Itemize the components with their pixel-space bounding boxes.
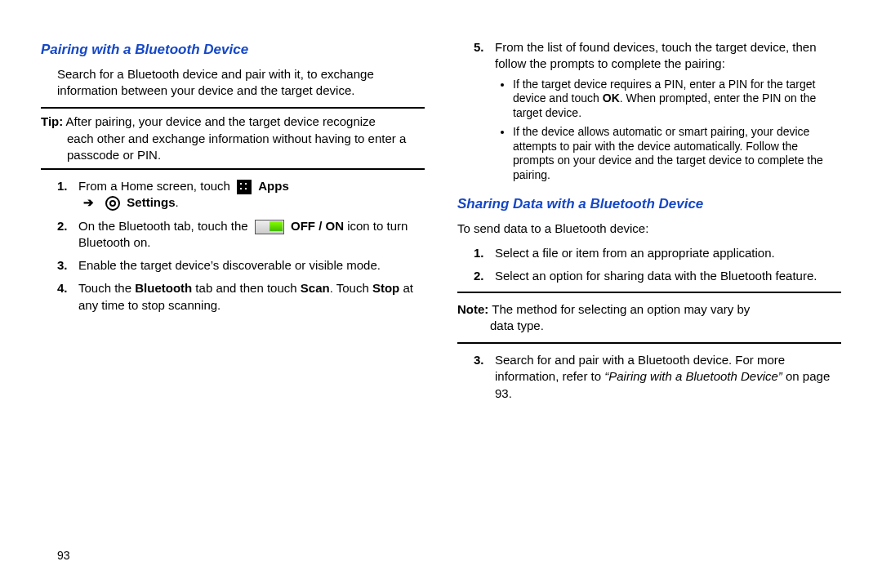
step-body: Touch the Bluetooth tab and then touch S… <box>78 280 425 314</box>
apps-label: Apps <box>258 179 289 193</box>
page-number: 93 <box>57 548 70 564</box>
note-text-cont: data type. <box>457 318 841 334</box>
stop-label: Stop <box>372 281 399 295</box>
step-number: 2. <box>474 268 495 284</box>
intro-paragraph: Search for a Bluetooth device and pair w… <box>57 66 425 100</box>
tip-label: Tip: <box>41 114 63 128</box>
step-text: tab and then touch <box>192 281 301 295</box>
note-block: Note: The method for selecting an option… <box>457 301 841 335</box>
sub-bullet-list: If the target device requires a PIN, ent… <box>495 78 841 183</box>
pairing-steps-continued: 5. From the list of found devices, touch… <box>457 39 841 187</box>
bullet-item: If the target device requires a PIN, ent… <box>513 78 841 121</box>
period: . <box>176 195 179 209</box>
bullet-item: If the device allows automatic or smart … <box>513 125 841 182</box>
step-item: 1. From a Home screen, touch Apps ➔ Sett… <box>57 178 425 212</box>
step-body: Select a file or item from an appropriat… <box>495 245 841 261</box>
bluetooth-label: Bluetooth <box>135 281 192 295</box>
settings-gear-icon <box>105 196 120 211</box>
step-text: Touch the <box>78 281 135 295</box>
apps-grid-icon <box>237 180 252 194</box>
scan-label: Scan <box>301 281 330 295</box>
step-item: 1. Select a file or item from an appropr… <box>474 245 841 261</box>
pairing-steps-list: 1. From a Home screen, touch Apps ➔ Sett… <box>41 178 425 314</box>
arrow-icon: ➔ <box>83 195 94 209</box>
ok-label: OK <box>603 91 620 105</box>
divider <box>41 168 425 170</box>
step-body: From a Home screen, touch Apps ➔ Setting… <box>78 178 425 212</box>
note-text: The method for selecting an option may v… <box>492 302 750 316</box>
step-body: Enable the target device’s discoverable … <box>78 257 425 274</box>
step-body: From the list of found devices, touch th… <box>495 39 841 187</box>
toggle-on-icon <box>255 220 284 234</box>
step-item: 4. Touch the Bluetooth tab and then touc… <box>57 280 425 314</box>
step-number: 2. <box>57 218 78 252</box>
step-item: 3. Enable the target device’s discoverab… <box>57 257 425 274</box>
step-text: On the Bluetooth tab, touch the <box>78 219 252 233</box>
step-item: 2. On the Bluetooth tab, touch the OFF /… <box>57 218 425 252</box>
step-number: 4. <box>57 280 78 314</box>
step-text: . Touch <box>330 281 372 295</box>
step-number: 1. <box>474 245 495 261</box>
step-item: 5. From the list of found devices, touch… <box>474 39 841 187</box>
step-number: 5. <box>474 39 495 187</box>
tip-block: Tip: After pairing, your device and the … <box>41 114 425 163</box>
manual-page: Pairing with a Bluetooth Device Search f… <box>0 0 882 588</box>
note-label: Note: <box>457 302 488 316</box>
step-body: Select an option for sharing data with t… <box>495 268 841 284</box>
settings-label: Settings <box>127 195 175 209</box>
sharing-steps-list: 1. Select a file or item from an appropr… <box>457 245 841 285</box>
step-body: On the Bluetooth tab, touch the OFF / ON… <box>78 218 425 252</box>
divider <box>457 342 841 344</box>
right-column: 5. From the list of found devices, touch… <box>457 33 841 572</box>
step-item: 2. Select an option for sharing data wit… <box>474 268 841 284</box>
tip-text-a: After pairing, your device and the targe… <box>63 114 376 128</box>
intro-line: To send data to a Bluetooth device: <box>457 220 841 237</box>
step-item: 3. Search for and pair with a Bluetooth … <box>474 352 841 402</box>
step-text: From a Home screen, touch <box>78 179 234 193</box>
tip-text-b: each other and exchange information with… <box>41 131 425 164</box>
section-heading-sharing: Sharing Data with a Bluetooth Device <box>457 195 841 214</box>
step-number: 3. <box>474 352 495 402</box>
divider <box>41 107 425 109</box>
step-body: Search for and pair with a Bluetooth dev… <box>495 352 841 402</box>
off-on-label: OFF / ON <box>291 219 344 233</box>
step-number: 1. <box>57 178 78 212</box>
divider <box>457 292 841 293</box>
cross-reference: “Pairing with a Bluetooth Device” <box>604 369 782 383</box>
step-text: From the list of found devices, touch th… <box>495 40 817 70</box>
step-number: 3. <box>57 257 78 274</box>
sharing-steps-continued: 3. Search for and pair with a Bluetooth … <box>457 352 841 402</box>
section-heading-pairing: Pairing with a Bluetooth Device <box>41 41 425 60</box>
left-column: Pairing with a Bluetooth Device Search f… <box>41 33 425 572</box>
